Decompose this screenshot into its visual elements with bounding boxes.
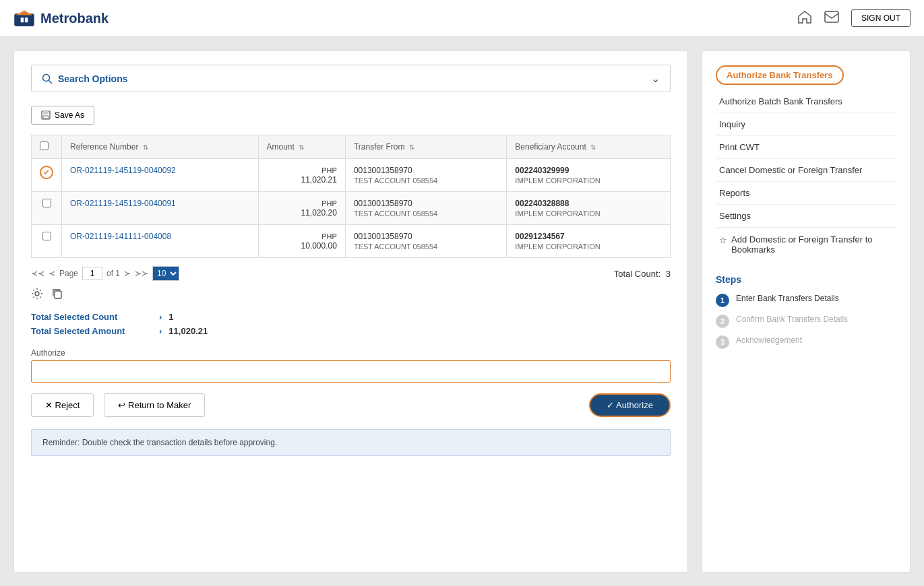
row-ref-number: OR-021119-141111-004008	[62, 225, 259, 258]
save-icon	[41, 110, 51, 120]
main-layout: Search Options ⌄ Save As Reference	[0, 37, 924, 586]
svg-rect-9	[43, 116, 49, 119]
next-icon[interactable]: ≻	[124, 269, 131, 278]
col-checkbox	[32, 135, 62, 159]
row-amount: PHP10,000.00	[258, 225, 345, 258]
row-beneficiary: 00291234567IMPLEM CORPORATION	[507, 225, 671, 258]
remarks-section: Authorize	[31, 348, 671, 383]
sidebar-item-cancel-transfer[interactable]: Cancel Domestic or Foreign Transfer	[716, 159, 896, 182]
page-size-select[interactable]: 10 25 50	[152, 266, 179, 281]
total-count: Total Count: 3	[614, 269, 671, 279]
sidebar-item-authorize-batch[interactable]: Authorize Batch Bank Transfers	[716, 90, 896, 113]
sort-transfer-icon[interactable]: ⇅	[409, 143, 414, 151]
row-transfer-from: 0013001358970TEST ACCOUNT 058554	[345, 159, 506, 192]
step-1-number: 1	[716, 294, 729, 307]
reminder-text: Reminder: Double check the transaction d…	[42, 438, 277, 447]
row-beneficiary: 002240328888IMPLEM CORPORATION	[507, 192, 671, 225]
metrobank-logo-icon	[13, 9, 35, 28]
star-icon: ☆	[719, 235, 727, 245]
total-count-value: 1	[168, 312, 173, 322]
table-row: OR-021119-141111-004008PHP10,000.0000130…	[32, 225, 671, 258]
reminder-box: Reminder: Double check the transaction d…	[31, 429, 671, 456]
row-ref-number: OR-021119-145119-0040091	[62, 192, 259, 225]
sign-out-button[interactable]: SIGN OUT	[851, 9, 911, 27]
step-2-number: 2	[716, 315, 729, 328]
sidebar-item-reports[interactable]: Reports	[716, 182, 896, 205]
remarks-label: Authorize	[31, 348, 671, 358]
row-checkbox-cell: ✓	[32, 159, 62, 192]
svg-rect-3	[25, 18, 28, 22]
sidebar-nav: Authorize Bank Transfers Authorize Batch…	[716, 61, 896, 261]
count-arrow-icon: ›	[159, 312, 162, 322]
select-all-checkbox[interactable]	[40, 141, 49, 150]
copy-icon[interactable]	[51, 288, 63, 302]
sort-amount-icon[interactable]: ⇅	[299, 143, 304, 151]
svg-marker-1	[16, 10, 33, 15]
total-amount-label: Total Selected Amount	[31, 326, 152, 336]
svg-rect-8	[43, 111, 49, 115]
header: Metrobank SIGN OUT	[0, 0, 924, 37]
row-amount: PHP11,020.21	[258, 159, 345, 192]
transfer-from-acct: 0013001358970	[354, 199, 412, 208]
svg-rect-4	[825, 11, 838, 22]
beneficiary-acct: 00291234567	[515, 232, 564, 241]
transfer-from-acct: 0013001358970	[354, 166, 412, 175]
ref-link-1[interactable]: OR-021119-145119-0040091	[70, 199, 176, 208]
content-area: Search Options ⌄ Save As Reference	[13, 51, 688, 573]
sidebar-item-settings[interactable]: Settings	[716, 205, 896, 228]
add-bookmark-item[interactable]: ☆ Add Domestic or Foreign Transfer to Bo…	[716, 228, 896, 261]
step-3-number: 3	[716, 335, 729, 349]
transfer-from-acct: 0013001358970	[354, 232, 412, 241]
prev-prev-icon[interactable]: ≺≺	[31, 269, 44, 278]
row-checkbox-1[interactable]	[42, 199, 51, 207]
total-amount-row: Total Selected Amount › 11,020.21	[31, 326, 671, 336]
steps-title: Steps	[716, 274, 896, 285]
row-checkbox-2[interactable]	[42, 232, 51, 240]
transfer-from-name: TEST ACCOUNT 058554	[354, 176, 498, 185]
checked-icon[interactable]: ✓	[40, 166, 53, 179]
col-amount: Amount ⇅	[258, 135, 345, 159]
beneficiary-name: IMPLEM CORPORATION	[515, 209, 662, 218]
search-icon	[42, 73, 53, 84]
beneficiary-name: IMPLEM CORPORATION	[515, 242, 662, 251]
amount-value: 11,020.20	[301, 208, 337, 218]
bookmark-label: Add Domestic or Foreign Transfer to Book…	[731, 234, 893, 255]
svg-point-10	[35, 292, 39, 296]
return-to-maker-button[interactable]: ↩ Return to Maker	[104, 393, 205, 417]
sort-ref-icon[interactable]: ⇅	[143, 143, 148, 151]
step-2-label: Confirm Bank Transfers Details	[736, 314, 848, 325]
ref-link-2[interactable]: OR-021119-141111-004008	[70, 232, 171, 241]
svg-rect-2	[21, 18, 24, 22]
row-beneficiary: 002240329999IMPLEM CORPORATION	[507, 159, 671, 192]
page-label: Page	[59, 269, 78, 278]
table-header-row: Reference Number ⇅ Amount ⇅ Transfer Fro…	[32, 135, 671, 159]
mail-icon[interactable]	[824, 11, 839, 26]
search-options-bar[interactable]: Search Options ⌄	[31, 65, 671, 92]
save-as-button[interactable]: Save As	[31, 106, 94, 125]
authorize-remarks-input[interactable]	[31, 360, 671, 383]
table-row: ✓OR-021119-145119-0040092PHP11,020.21001…	[32, 159, 671, 192]
logo-text: Metrobank	[40, 11, 109, 26]
home-icon[interactable]	[797, 10, 812, 27]
next-next-icon[interactable]: ≻≻	[135, 269, 148, 278]
reject-button[interactable]: ✕ Reject	[31, 393, 94, 417]
search-options-left: Search Options	[42, 73, 127, 84]
transfer-from-name: TEST ACCOUNT 058554	[354, 242, 498, 251]
row-amount: PHP11,020.20	[258, 192, 345, 225]
sidebar-item-print-cwt[interactable]: Print CWT	[716, 136, 896, 159]
sort-beneficiary-icon[interactable]: ⇅	[590, 143, 596, 151]
prev-icon[interactable]: ≺	[49, 269, 55, 278]
pagination-left: ≺≺ ≺ Page of 1 ≻ ≻≻ 10 25 50	[31, 266, 179, 281]
sidebar-item-authorize-transfers[interactable]: Authorize Bank Transfers	[716, 61, 896, 90]
svg-rect-11	[55, 291, 61, 298]
page-number-input[interactable]	[82, 267, 102, 280]
sidebar-item-inquiry[interactable]: Inquiry	[716, 113, 896, 136]
row-transfer-from: 0013001358970TEST ACCOUNT 058554	[345, 192, 506, 225]
ref-link-0[interactable]: OR-021119-145119-0040092	[70, 166, 176, 175]
beneficiary-name: IMPLEM CORPORATION	[515, 176, 662, 185]
col-beneficiary: Beneficiary Account ⇅	[507, 135, 671, 159]
steps-section: Steps 1 Enter Bank Transfers Details 2 C…	[716, 274, 896, 349]
transfer-from-name: TEST ACCOUNT 058554	[354, 209, 498, 218]
settings-icon[interactable]	[31, 288, 43, 302]
authorize-button[interactable]: ✓ Authorize	[589, 393, 671, 417]
